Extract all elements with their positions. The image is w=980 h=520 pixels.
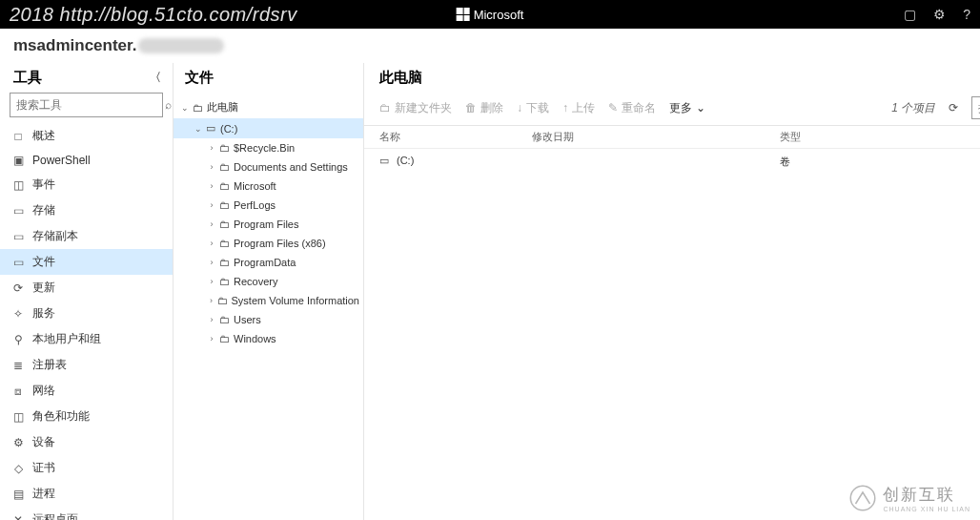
node-label: System Volume Information [231, 295, 359, 306]
expand-icon[interactable]: ⌄ [193, 124, 204, 134]
row-date [532, 155, 780, 177]
tool-label: PowerShell [32, 154, 91, 167]
download-icon: ↓ [517, 101, 522, 114]
sidebar-item[interactable]: □概述 [0, 123, 173, 149]
folder-icon: 🗀 [217, 333, 231, 344]
drive-icon: ▭ [379, 155, 393, 167]
tool-icon: ≣ [11, 359, 25, 372]
download-label: 下载 [526, 100, 549, 116]
tool-icon: ✧ [11, 307, 25, 321]
rename-button[interactable]: ✎重命名 [608, 100, 656, 116]
node-label: Documents and Settings [234, 161, 348, 173]
delete-button[interactable]: 🗑删除 [465, 100, 503, 116]
watermark-logo-icon [848, 484, 877, 512]
sidebar-search[interactable]: ⌕ [10, 93, 163, 117]
tool-icon: ▭ [11, 256, 25, 269]
tool-icon: ⚙ [11, 436, 25, 449]
expand-icon[interactable]: › [206, 143, 217, 153]
col-date[interactable]: 修改日期 [532, 130, 780, 144]
tool-label: 进程 [32, 486, 55, 502]
sidebar-collapse-icon[interactable]: 〈 [150, 70, 161, 86]
sidebar-item[interactable]: ▤进程 [0, 481, 173, 507]
sidebar-item[interactable]: ▭文件 [0, 249, 173, 275]
expand-icon[interactable]: › [206, 296, 216, 305]
tree-node[interactable]: ›🗀Documents and Settings [174, 157, 363, 177]
tree-node[interactable]: ⌄🗀此电脑 [174, 96, 363, 118]
folder-icon: 🗀 [217, 218, 231, 230]
tree-node[interactable]: ⌄▭(C:) [174, 118, 363, 138]
more-label: 更多 [669, 100, 692, 116]
expand-icon[interactable]: › [206, 258, 217, 267]
sidebar-item[interactable]: ✧服务 [0, 301, 173, 326]
content-search-input[interactable] [972, 101, 980, 114]
expand-icon[interactable]: › [206, 277, 217, 286]
node-label: Windows [234, 333, 276, 344]
chevron-down-icon: ⌄ [696, 101, 705, 114]
sidebar-item[interactable]: ▭存储副本 [0, 223, 173, 249]
upload-label: 上传 [572, 100, 595, 116]
folder-icon: 🗀 [217, 257, 231, 268]
table-row[interactable]: ▭(C:)卷104,343,548 KB [364, 149, 980, 183]
folder-icon: 🗀 [217, 161, 231, 173]
col-name[interactable]: 名称 [379, 130, 532, 144]
refresh-button[interactable]: ⟳ [949, 101, 958, 114]
sidebar-item[interactable]: ≣注册表 [0, 352, 173, 378]
expand-icon[interactable]: › [206, 200, 217, 210]
tree-node[interactable]: ›🗀Windows [174, 329, 363, 348]
top-bar: 2018 http://blog.51cto.com/rdsrv Microso… [0, 0, 980, 29]
expand-icon[interactable]: › [206, 181, 217, 191]
new-folder-icon: 🗀 [379, 101, 391, 114]
expand-icon[interactable]: › [206, 162, 217, 172]
expand-icon[interactable]: › [206, 219, 217, 229]
sidebar-item[interactable]: ⚙设备 [0, 429, 173, 455]
tree-node[interactable]: ›🗀Recovery [174, 272, 363, 291]
gear-icon[interactable]: ⚙ [933, 7, 946, 22]
more-button[interactable]: 更多 ⌄ [669, 100, 705, 116]
brand-label: Microsoft [474, 8, 524, 22]
folder-tree: ⌄🗀此电脑⌄▭(C:)›🗀$Recycle.Bin›🗀Documents and… [174, 93, 363, 520]
tree-node[interactable]: ›🗀Program Files [174, 215, 363, 234]
tool-label: 事件 [32, 177, 55, 193]
sidebar-item[interactable]: ⟳更新 [0, 275, 173, 301]
sidebar-item[interactable]: ◇证书 [0, 455, 173, 481]
tree-node[interactable]: ›🗀Users [174, 310, 363, 329]
col-type[interactable]: 类型 [780, 130, 980, 144]
node-label: 此电脑 [207, 100, 238, 114]
sidebar-item[interactable]: ⧈网络 [0, 378, 173, 404]
delete-label: 删除 [480, 100, 503, 116]
sidebar-item[interactable]: ◫事件 [0, 172, 173, 198]
new-folder-button[interactable]: 🗀新建文件夹 [379, 100, 452, 116]
tree-node[interactable]: ›🗀PerfLogs [174, 196, 363, 215]
tree-node[interactable]: ›🗀System Volume Information [174, 291, 363, 310]
sidebar-item[interactable]: ▭存储 [0, 198, 173, 223]
expand-icon[interactable]: › [206, 334, 217, 343]
tree-node[interactable]: ›🗀Microsoft [174, 177, 363, 196]
sidebar-item[interactable]: ✕远程桌面 [0, 507, 173, 520]
watermark-small: CHUANG XIN HU LIAN [883, 506, 970, 512]
microsoft-logo-icon [457, 8, 470, 21]
expand-icon[interactable]: › [206, 239, 217, 248]
download-button[interactable]: ↓下载 [517, 100, 549, 116]
new-folder-label: 新建文件夹 [395, 100, 452, 116]
folder-icon: 🗀 [191, 102, 204, 114]
help-icon[interactable]: ? [963, 7, 970, 22]
tool-label: 概述 [32, 128, 55, 144]
tree-pane: 文件 ⌄🗀此电脑⌄▭(C:)›🗀$Recycle.Bin›🗀Documents … [174, 63, 364, 520]
sidebar-search-input[interactable] [10, 98, 165, 112]
sidebar-item[interactable]: ▣PowerShell [0, 149, 173, 172]
search-icon[interactable]: ⌕ [165, 98, 172, 112]
sidebar-item[interactable]: ⚲本地用户和组 [0, 326, 173, 352]
notifications-icon[interactable]: ▢ [904, 7, 916, 22]
node-label: Microsoft [234, 180, 276, 192]
expand-icon[interactable]: ⌄ [179, 103, 191, 113]
tool-label: 文件 [32, 254, 55, 270]
tree-node[interactable]: ›🗀$Recycle.Bin [174, 138, 363, 157]
sidebar-item[interactable]: ◫角色和功能 [0, 404, 173, 429]
expand-icon[interactable]: › [206, 315, 217, 324]
upload-button[interactable]: ↑上传 [562, 100, 595, 116]
tree-node[interactable]: ›🗀Program Files (x86) [174, 234, 363, 253]
content-search[interactable]: ⌕ [971, 96, 980, 119]
node-label: $Recycle.Bin [234, 142, 295, 154]
node-label: PerfLogs [234, 199, 276, 211]
tree-node[interactable]: ›🗀ProgramData [174, 253, 363, 272]
